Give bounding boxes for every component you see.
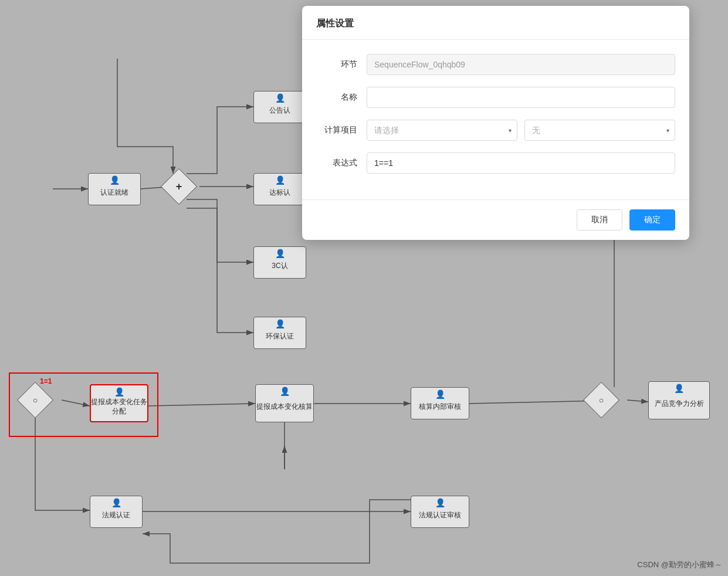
jisuan-select-wrapper2: 无 ▾: [524, 120, 675, 141]
property-modal: 属性设置 环节 名称 计算项目 请选择 ▾: [302, 6, 689, 240]
jisuan-select1[interactable]: 请选择: [367, 120, 517, 141]
confirm-button[interactable]: 确定: [629, 209, 675, 231]
form-row-huanjie: 环节: [316, 54, 675, 75]
label-jisuan: 计算项目: [316, 125, 357, 135]
input-biaodashi[interactable]: [367, 153, 675, 174]
label-mingcheng: 名称: [316, 92, 357, 103]
cancel-button[interactable]: 取消: [577, 209, 622, 231]
form-row-jisuan: 计算项目 请选择 ▾ 无 ▾: [316, 120, 675, 141]
input-mingcheng[interactable]: [367, 87, 675, 108]
form-row-mingcheng: 名称: [316, 87, 675, 108]
modal-footer: 取消 确定: [302, 199, 689, 240]
input-huanjie: [367, 54, 675, 75]
form-row-biaodashi: 表达式: [316, 153, 675, 174]
jisuan-select-wrapper1: 请选择 ▾: [367, 120, 517, 141]
label-huanjie: 环节: [316, 59, 357, 70]
jisuan-select2[interactable]: 无: [524, 120, 675, 141]
jisuan-select-group: 请选择 ▾ 无 ▾: [367, 120, 675, 141]
label-biaodashi: 表达式: [316, 158, 357, 168]
modal-title: 属性设置: [302, 6, 689, 40]
modal-body: 环节 名称 计算项目 请选择 ▾ 无 ▾: [302, 40, 689, 199]
